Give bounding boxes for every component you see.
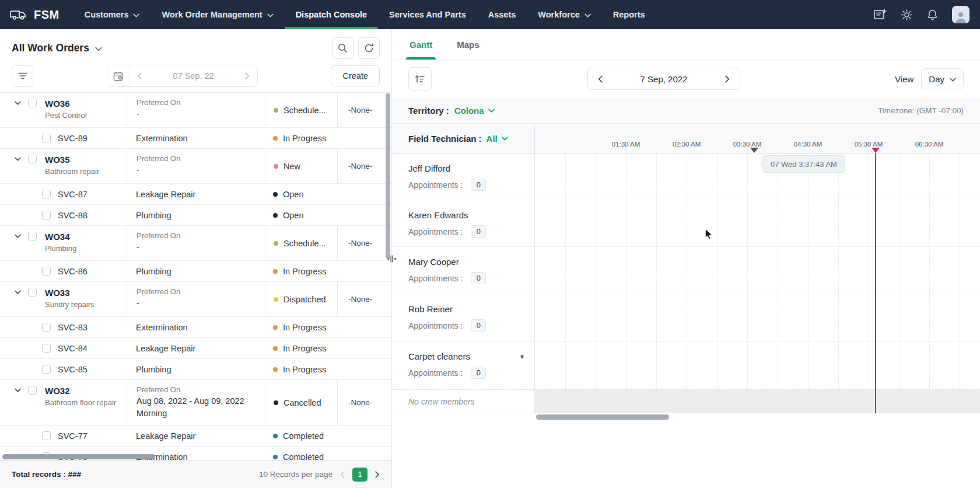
sort-button[interactable] <box>408 67 432 90</box>
service-row[interactable]: SVC-88PlumbingOpen <box>0 205 391 226</box>
list-view-title: All Work Orders <box>12 42 89 54</box>
work-order-texts: WO32Bathroom floor repair <box>45 386 116 425</box>
preferred-on-value: - <box>136 109 260 120</box>
row-checkbox[interactable] <box>28 232 37 240</box>
work-order-texts: WO34Plumbing <box>45 232 76 260</box>
row-checkbox[interactable] <box>42 344 51 353</box>
status-cell: Completed <box>265 431 337 441</box>
work-order-row[interactable]: WO33Sundry repairsPreferred On-Dispatche… <box>0 282 391 317</box>
nav-item-work-order-management[interactable]: Work Order Management <box>150 0 284 29</box>
records-per-page[interactable]: 10 Records per page <box>259 470 332 479</box>
prev-date-button[interactable] <box>130 72 149 79</box>
service-row[interactable]: SVC-85PlumbingIn Progress <box>0 359 391 380</box>
quick-create-icon[interactable] <box>874 9 887 20</box>
service-name-cell: Plumbing <box>127 359 265 379</box>
gantt-date-value[interactable]: 7 Sep, 2022 <box>612 74 715 84</box>
gear-icon[interactable] <box>901 9 913 21</box>
nav-menu: CustomersWork Order ManagementDispatch C… <box>74 0 656 29</box>
service-row[interactable]: SVC-86PlumbingIn Progress <box>0 261 391 282</box>
service-row[interactable]: SVC-87Leakage RepairOpen <box>0 184 391 205</box>
work-order-row[interactable]: WO35Bathroom repairPreferred On-New-None… <box>0 149 391 184</box>
row-checkbox[interactable] <box>42 190 51 198</box>
work-order-row[interactable]: WO32Bathroom floor repairPreferred OnAug… <box>0 380 391 426</box>
filter-button[interactable] <box>12 65 33 87</box>
territory-dropdown[interactable]: Colona <box>454 106 495 116</box>
gantt-lane[interactable] <box>535 294 980 341</box>
status-cell: In Progress <box>265 323 337 332</box>
row-checkbox[interactable] <box>28 99 37 107</box>
work-order-row[interactable]: WO34PlumbingPreferred On-Schedule...-Non… <box>0 226 391 261</box>
row-checkbox[interactable] <box>28 288 37 297</box>
list-footer: Total records : ### 10 Records per page … <box>0 460 391 488</box>
collapse-chevron-icon[interactable] <box>15 234 21 260</box>
service-row[interactable]: SVC-89ExterminationIn Progress <box>0 128 391 149</box>
gantt-lane[interactable] <box>535 200 980 246</box>
gantt-next-day-button[interactable] <box>715 75 740 83</box>
nav-item-workforce[interactable]: Workforce <box>527 0 601 29</box>
list-view-selector[interactable]: All Work Orders <box>12 42 102 54</box>
status-cell: In Progress <box>265 267 337 276</box>
service-row[interactable]: SVC-84Leakage RepairIn Progress <box>0 338 391 359</box>
service-row[interactable]: SVC-83ExterminationIn Progress <box>0 317 391 338</box>
technician-filter-dropdown[interactable]: All <box>487 134 508 144</box>
row-checkbox[interactable] <box>42 134 51 142</box>
dispatch-tabs: Gantt Maps <box>392 29 980 60</box>
nav-item-reports[interactable]: Reports <box>602 0 656 29</box>
prev-page-button[interactable] <box>340 471 345 478</box>
collapse-chevron-icon[interactable] <box>15 388 21 425</box>
technician-cell: Karen EdwardsAppointments :0 <box>392 200 535 246</box>
calendar-icon[interactable] <box>107 65 130 86</box>
search-icon <box>338 43 348 53</box>
service-row[interactable]: SVC-77Leakage RepairCompleted <box>0 426 391 447</box>
appointments-line: Appointments :0 <box>408 179 524 191</box>
nav-item-dispatch-console[interactable]: Dispatch Console <box>285 0 378 29</box>
row-checkbox[interactable] <box>42 431 51 440</box>
nav-item-assets[interactable]: Assets <box>477 0 527 29</box>
row-checkbox[interactable] <box>42 323 51 332</box>
appointments-count: 0 <box>471 319 486 332</box>
filter-icon <box>18 72 27 80</box>
collapse-chevron-icon[interactable] <box>15 101 21 127</box>
user-avatar[interactable] <box>952 6 970 23</box>
search-button[interactable] <box>332 37 354 59</box>
preferred-on-cell: Preferred On- <box>127 93 265 127</box>
chevron-down-icon <box>950 78 956 82</box>
view-mode-dropdown[interactable]: Day <box>921 68 964 89</box>
expand-caret-icon[interactable]: ▾ <box>520 353 524 361</box>
row-checkbox[interactable] <box>42 365 51 374</box>
app-brand[interactable]: FSM <box>0 0 74 29</box>
gantt-horizontal-scrollbar[interactable] <box>536 414 669 420</box>
gantt-lane[interactable] <box>535 154 980 200</box>
service-name: Plumbing <box>136 365 171 374</box>
next-date-button[interactable] <box>237 72 257 79</box>
create-button[interactable]: Create <box>331 65 380 86</box>
bell-icon[interactable] <box>927 9 938 21</box>
tab-gantt[interactable]: Gantt <box>408 29 433 60</box>
gantt-prev-day-button[interactable] <box>588 75 612 83</box>
current-page[interactable]: 1 <box>352 468 368 482</box>
horizontal-scrollbar[interactable] <box>2 454 155 459</box>
appointments-line: Appointments :0 <box>408 272 524 284</box>
collapse-chevron-icon[interactable] <box>15 290 21 316</box>
row-name-cell: SVC-83 <box>0 323 127 332</box>
panel-resize-handle[interactable] <box>387 255 396 263</box>
tab-maps[interactable]: Maps <box>456 29 480 60</box>
filter-date-value[interactable]: 07 Sep, 22 <box>149 71 237 81</box>
next-page-button[interactable] <box>375 471 380 478</box>
row-checkbox[interactable] <box>28 386 37 395</box>
row-checkbox[interactable] <box>28 155 37 163</box>
service-name-cell: Leakage Repair <box>127 426 265 446</box>
collapse-chevron-icon[interactable] <box>15 157 21 183</box>
gantt-lane[interactable] <box>535 390 980 413</box>
vertical-scrollbar[interactable] <box>386 93 390 259</box>
gantt-lane[interactable] <box>535 247 980 294</box>
technician-row: Mary CooperAppointments :0 <box>392 247 980 294</box>
gantt-lane[interactable] <box>535 341 980 389</box>
nav-item-customers[interactable]: Customers <box>74 0 151 29</box>
nav-item-services-and-parts[interactable]: Services And Parts <box>378 0 477 29</box>
refresh-button[interactable] <box>358 37 380 59</box>
row-checkbox[interactable] <box>42 267 51 276</box>
work-order-row[interactable]: WO36Pest ControlPreferred On-Schedule...… <box>0 93 391 128</box>
preferred-on-label: Preferred On <box>136 154 260 163</box>
row-checkbox[interactable] <box>42 211 51 219</box>
